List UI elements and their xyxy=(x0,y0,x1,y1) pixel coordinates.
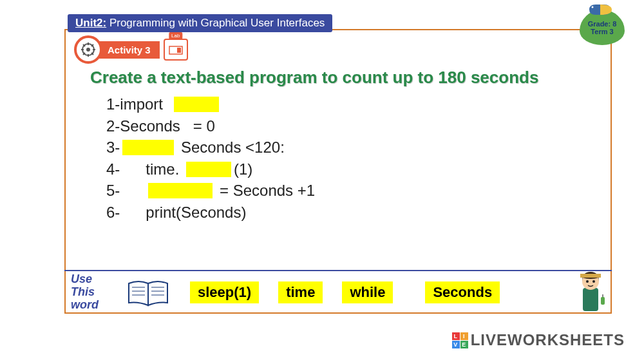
svg-rect-11 xyxy=(583,288,598,311)
activity-label: Activity 3 xyxy=(96,41,160,59)
word-time[interactable]: time xyxy=(278,281,323,303)
character-icon xyxy=(573,269,609,314)
python-icon xyxy=(586,3,615,16)
word-seconds[interactable]: Seconds xyxy=(425,281,500,303)
blank-4[interactable] xyxy=(148,183,213,198)
python-badge: Grade: 8 Term 3 xyxy=(580,10,625,45)
unit-title: Programming with Graphical User Interfac… xyxy=(109,17,325,29)
svg-rect-4 xyxy=(177,48,181,53)
grade-text: Grade: 8 xyxy=(588,20,617,28)
svg-point-0 xyxy=(592,6,594,8)
watermark-text: LIVEWORKSHEETS xyxy=(471,331,625,349)
word-sleep[interactable]: sleep(1) xyxy=(190,281,259,303)
code-line-4: 4- time. (1) xyxy=(106,158,315,180)
task-title: Create a text-based program to count up … xyxy=(90,68,631,88)
code-line-1: 1-import xyxy=(106,93,315,115)
term-text: Term 3 xyxy=(591,28,613,35)
book-icon xyxy=(126,277,171,308)
svg-rect-13 xyxy=(580,274,601,278)
code-block: 1-import 2-Seconds = 0 3- Seconds <120: … xyxy=(106,93,315,224)
code-line-6: 6- print(Seconds) xyxy=(106,202,315,224)
unit-label: Unit2: xyxy=(75,17,106,29)
activity-badge: Activity 3 Lab xyxy=(74,35,188,64)
unit-header: Unit2: Programming with Graphical User I… xyxy=(68,14,332,32)
watermark-logo-icon: L I V E xyxy=(452,332,468,348)
code-line-2: 2-Seconds = 0 xyxy=(106,115,315,137)
blank-3[interactable] xyxy=(186,162,231,177)
svg-point-14 xyxy=(586,280,589,283)
svg-point-15 xyxy=(592,280,595,283)
blank-2[interactable] xyxy=(122,140,174,155)
code-line-5: 5- = Seconds +1 xyxy=(106,180,315,202)
word-while[interactable]: while xyxy=(342,281,393,303)
svg-point-2 xyxy=(86,48,90,52)
svg-rect-16 xyxy=(601,297,605,305)
code-line-3: 3- Seconds <120: xyxy=(106,137,315,158)
word-bank: Use This word sleep(1) time while Second… xyxy=(64,270,612,314)
watermark: L I V E LIVEWORKSHEETS xyxy=(452,331,625,349)
gear-icon xyxy=(74,35,102,64)
lab-icon: Lab xyxy=(164,39,188,61)
blank-1[interactable] xyxy=(174,97,219,112)
lab-tag: Lab xyxy=(169,32,182,39)
word-bank-label: Use This word xyxy=(71,273,106,311)
